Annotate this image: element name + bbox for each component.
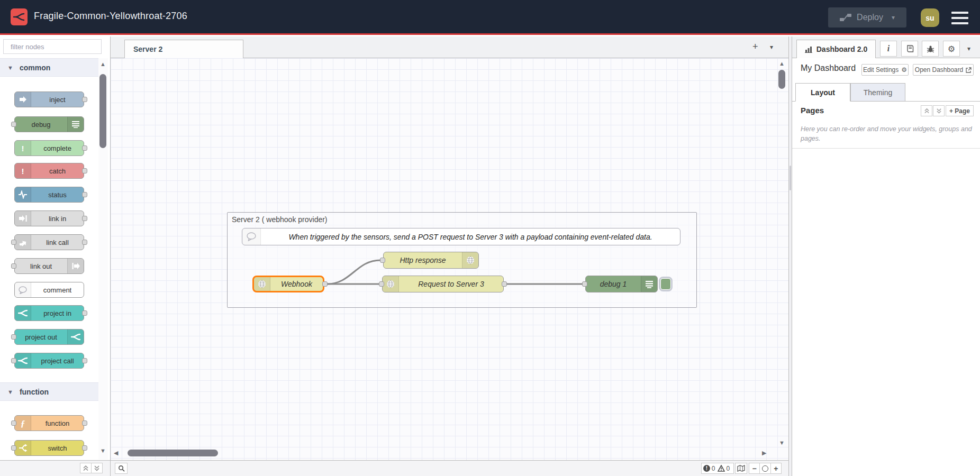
palette-search[interactable]	[3, 39, 102, 54]
sidebar-options-caret-icon[interactable]: ▾	[967, 45, 970, 52]
pages-section-title: Pages	[801, 106, 824, 115]
exclamation-icon: !	[15, 141, 31, 155]
output-port[interactable]	[82, 358, 87, 363]
flow-node-debug-1[interactable]: debug 1	[585, 276, 658, 292]
output-port[interactable]	[502, 281, 507, 287]
scroll-left-icon[interactable]: ◀	[114, 450, 118, 456]
flow-canvas[interactable]: Server 2 ( webhook provider) When trigge…	[111, 58, 788, 460]
palette-scrollbar[interactable]: ▲ ▼	[98, 58, 108, 460]
palette-node-function[interactable]: ƒ function	[14, 415, 84, 431]
output-port[interactable]	[82, 420, 87, 426]
external-link-icon	[966, 67, 972, 73]
category-function[interactable]: ▼ function	[0, 382, 99, 401]
output-port[interactable]	[322, 281, 328, 287]
palette-node-debug[interactable]: debug	[14, 116, 84, 132]
tab-server-2[interactable]: Server 2	[124, 40, 243, 58]
flow-node-request-to-server-3[interactable]: Request to Server 3	[382, 276, 504, 292]
edit-settings-button[interactable]: Edit Settings⚙	[861, 64, 909, 76]
zoom-out-button[interactable]: −	[749, 463, 760, 473]
zoom-reset-button[interactable]	[760, 463, 770, 473]
output-port[interactable]	[82, 310, 87, 316]
main-menu-button[interactable]	[951, 12, 968, 24]
move-page-up-button[interactable]	[921, 105, 932, 116]
deploy-button[interactable]: Deploy ▾	[828, 7, 906, 28]
zoom-controls: − +	[749, 463, 782, 474]
collapse-all-button[interactable]	[80, 463, 92, 473]
palette-node-link-out[interactable]: link out	[14, 258, 84, 274]
filter-nodes-input[interactable]	[10, 42, 105, 51]
input-port[interactable]	[582, 281, 587, 287]
input-port[interactable]	[11, 122, 16, 127]
v-scrollbar-thumb[interactable]	[778, 70, 785, 89]
error-icon: !	[703, 465, 710, 472]
branch-icon	[15, 353, 31, 368]
section-divider	[792, 148, 980, 149]
palette-node-switch[interactable]: switch	[14, 440, 84, 456]
canvas-search-button[interactable]	[115, 463, 128, 474]
input-port[interactable]	[11, 240, 16, 245]
comment-icon	[15, 282, 31, 297]
output-port[interactable]	[82, 445, 87, 451]
input-port[interactable]	[379, 281, 384, 287]
input-port[interactable]	[11, 358, 16, 363]
scroll-down-icon[interactable]: ▼	[779, 440, 785, 446]
category-common[interactable]: ▼ common	[0, 58, 99, 77]
palette-node-complete[interactable]: ! complete	[14, 140, 84, 156]
flow-node-http-response[interactable]: Http response	[383, 252, 479, 269]
palette-node-project-call[interactable]: project call	[14, 353, 84, 369]
input-port[interactable]	[11, 263, 16, 269]
input-port[interactable]	[11, 420, 16, 426]
status-counts[interactable]: ! 0 0	[701, 463, 734, 474]
palette-node-project-in[interactable]: project in	[14, 305, 84, 321]
settings-button[interactable]: ⚙	[943, 41, 960, 57]
move-page-down-button[interactable]	[933, 105, 945, 116]
add-tab-icon[interactable]: +	[752, 42, 758, 51]
palette-node-project-out[interactable]: project out	[14, 329, 84, 345]
panel-resize-handle[interactable]	[788, 36, 792, 476]
arrow-right-icon	[15, 92, 31, 107]
scrollbar-thumb[interactable]	[99, 74, 106, 148]
input-port[interactable]	[11, 445, 16, 451]
tab-list-caret-icon[interactable]: ▾	[770, 44, 773, 50]
open-dashboard-button[interactable]: Open Dashboard	[913, 64, 974, 76]
input-port[interactable]	[380, 258, 385, 263]
input-port[interactable]	[11, 334, 16, 340]
palette-node-link-in[interactable]: link in	[14, 210, 84, 226]
function-icon: ƒ	[15, 416, 31, 431]
globe-icon	[462, 252, 478, 268]
expand-all-button[interactable]	[91, 463, 103, 473]
output-port[interactable]	[82, 216, 87, 221]
tab-theming[interactable]: Theming	[850, 83, 905, 102]
debug-enable-toggle[interactable]	[659, 277, 673, 291]
palette-node-link-call[interactable]: link call	[14, 234, 84, 250]
output-port[interactable]	[82, 240, 87, 245]
palette: ▼ common inject debug ! complete !	[0, 36, 111, 476]
palette-node-catch[interactable]: ! catch	[14, 163, 84, 179]
node-red-logo-icon	[11, 8, 28, 25]
error-count: 0	[712, 465, 715, 472]
navigator-button[interactable]	[735, 463, 747, 474]
palette-node-inject[interactable]: inject	[14, 91, 84, 107]
zoom-in-button[interactable]: +	[771, 463, 781, 473]
h-scrollbar-thumb[interactable]	[128, 450, 218, 456]
scroll-up-icon[interactable]: ▲	[779, 61, 785, 67]
palette-node-comment[interactable]: comment	[14, 282, 84, 298]
info-button[interactable]: i	[880, 41, 897, 57]
tab-dashboard-2[interactable]: Dashboard 2.0	[796, 40, 876, 58]
scroll-up-icon[interactable]: ▲	[100, 61, 106, 67]
debug-button[interactable]	[922, 41, 939, 57]
help-button[interactable]	[901, 41, 918, 57]
output-port[interactable]	[82, 192, 87, 197]
deploy-options-caret-icon[interactable]: ▾	[892, 14, 895, 21]
user-avatar[interactable]: su	[921, 8, 939, 27]
tab-layout[interactable]: Layout	[795, 83, 850, 102]
scroll-right-icon[interactable]: ▶	[762, 450, 766, 456]
add-page-button[interactable]: + Page	[946, 105, 974, 116]
output-port[interactable]	[82, 97, 87, 102]
flow-node-comment[interactable]: When triggered by the sensors, send a PO…	[242, 228, 680, 245]
flow-node-webhook[interactable]: Webhook	[252, 276, 324, 292]
output-port[interactable]	[82, 168, 87, 173]
scroll-down-icon[interactable]: ▼	[100, 448, 106, 454]
palette-node-status[interactable]: status	[14, 187, 84, 203]
output-port[interactable]	[82, 145, 87, 151]
